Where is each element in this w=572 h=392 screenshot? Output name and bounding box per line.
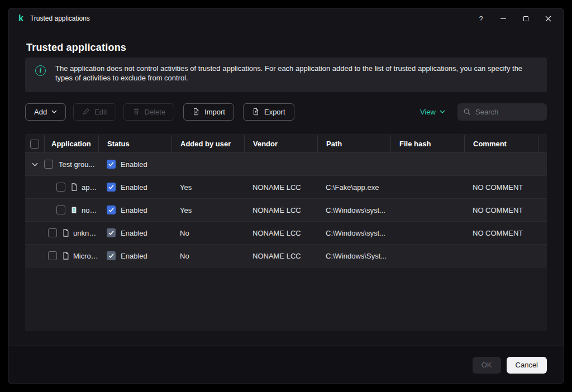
column-header-added-by-user: Added by user (171, 135, 244, 152)
maximize-icon (523, 16, 528, 21)
import-icon (192, 108, 200, 116)
kaspersky-logo-icon: k (18, 14, 23, 23)
footer: OK Cancel (8, 346, 564, 384)
file-icon (62, 252, 69, 260)
titlebar: k Trusted applications ? (8, 8, 564, 28)
collapse-chevron-icon[interactable] (32, 162, 38, 166)
table-row[interactable]: app.... Enabled Yes NONAME LCC C:\Fake\a… (25, 176, 547, 199)
minimize-icon (500, 18, 506, 19)
ok-button[interactable]: OK (473, 357, 501, 374)
info-banner-text: The application does not control activit… (55, 64, 537, 83)
column-header-application: Application (44, 135, 98, 152)
view-dropdown-label: View (420, 108, 436, 116)
help-button[interactable]: ? (470, 10, 492, 27)
search-input[interactable] (475, 108, 541, 116)
vendor-cell: NONAME LCC (244, 252, 317, 260)
vendor-cell: NONAME LCC (244, 206, 317, 214)
row-checkbox[interactable] (44, 160, 53, 169)
minimize-button[interactable] (492, 10, 514, 27)
cancel-button[interactable]: Cancel (507, 357, 547, 374)
file-icon (62, 229, 69, 237)
status-checkbox[interactable] (107, 228, 116, 237)
edit-button-label: Edit (94, 108, 107, 116)
chevron-down-icon (440, 110, 445, 113)
status-checkbox[interactable] (107, 251, 116, 260)
path-cell: C:\Fake\app.exe (317, 183, 390, 192)
select-all-checkbox[interactable] (30, 140, 39, 149)
notepad-icon (70, 206, 78, 214)
table-header-row: Application Status Added by user Vendor … (25, 135, 547, 153)
application-name: Micros... (73, 252, 98, 260)
path-cell: C:\Windows\syst... (317, 229, 390, 237)
search-box (457, 103, 547, 121)
export-icon (252, 108, 260, 116)
application-name: Test grou... (59, 160, 94, 169)
row-checkbox[interactable] (48, 251, 57, 260)
edit-button[interactable]: Edit (73, 103, 116, 121)
export-button[interactable]: Export (243, 103, 294, 121)
check-icon (108, 185, 114, 189)
comment-cell: NO COMMENT (464, 183, 538, 192)
export-button-label: Export (264, 108, 285, 116)
info-icon: i (35, 65, 46, 76)
window-title: Trusted applications (30, 15, 90, 22)
delete-button-label: Delete (145, 108, 166, 116)
page-title: Trusted applications (26, 42, 564, 54)
added-by-user-cell: Yes (171, 206, 244, 214)
column-header-path: Path (317, 135, 390, 152)
scrollbar-gutter (538, 135, 547, 152)
import-button[interactable]: Import (183, 103, 234, 121)
comment-cell: NO COMMENT (464, 206, 538, 214)
info-banner: i The application does not control activ… (25, 58, 547, 92)
row-checkbox[interactable] (56, 183, 65, 192)
path-cell: C:\Windows\Syst... (317, 252, 390, 260)
table-row[interactable]: note... Enabled Yes NONAME LCC C:\Window… (25, 199, 547, 222)
search-icon (463, 108, 471, 116)
status-checkbox[interactable] (107, 183, 116, 192)
column-header-status: Status (98, 135, 171, 152)
row-checkbox[interactable] (48, 228, 57, 237)
pencil-icon (82, 108, 90, 116)
check-icon (108, 231, 114, 235)
maximize-button[interactable] (514, 10, 537, 27)
path-cell: C:\Windows\syst... (317, 206, 390, 214)
column-header-file-hash: File hash (390, 135, 464, 152)
toolbar: Add Edit Delete Import Export View (25, 103, 547, 121)
row-checkbox[interactable] (56, 205, 65, 214)
trusted-applications-window: k Trusted applications ? Trusted applica… (8, 8, 564, 384)
application-name: unkno... (73, 229, 98, 237)
status-checkbox[interactable] (107, 205, 116, 214)
add-button[interactable]: Add (25, 103, 66, 121)
trash-icon (132, 108, 140, 116)
add-button-label: Add (34, 108, 47, 116)
status-label: Enabled (121, 229, 147, 237)
comment-cell: NO COMMENT (464, 229, 538, 237)
table-row[interactable]: unkno... Enabled No NONAME LCC C:\Window… (25, 222, 547, 245)
added-by-user-cell: No (171, 229, 244, 237)
column-header-vendor: Vendor (244, 135, 317, 152)
view-dropdown[interactable]: View (420, 108, 445, 116)
status-label: Enabled (121, 183, 147, 192)
column-header-comment: Comment (464, 135, 538, 152)
status-label: Enabled (121, 206, 147, 214)
vendor-cell: NONAME LCC (244, 183, 317, 192)
status-label: Enabled (121, 160, 147, 169)
status-checkbox[interactable] (107, 160, 116, 169)
close-icon (545, 16, 551, 22)
trusted-applications-table: Application Status Added by user Vendor … (25, 135, 547, 331)
table-row-group[interactable]: Test grou... Enabled (25, 153, 547, 176)
added-by-user-cell: No (171, 252, 244, 260)
table-row[interactable]: Micros... Enabled No NONAME LCC C:\Windo… (25, 245, 547, 267)
check-icon (108, 208, 114, 212)
file-icon (70, 183, 78, 191)
chevron-down-icon (51, 110, 57, 113)
import-button-label: Import (204, 108, 225, 116)
application-name: app.... (82, 183, 98, 192)
application-name: note... (82, 206, 98, 214)
delete-button[interactable]: Delete (123, 103, 175, 121)
close-button[interactable] (537, 10, 559, 27)
check-icon (108, 162, 114, 166)
added-by-user-cell: Yes (171, 183, 244, 192)
status-label: Enabled (121, 252, 147, 260)
check-icon (108, 254, 114, 258)
